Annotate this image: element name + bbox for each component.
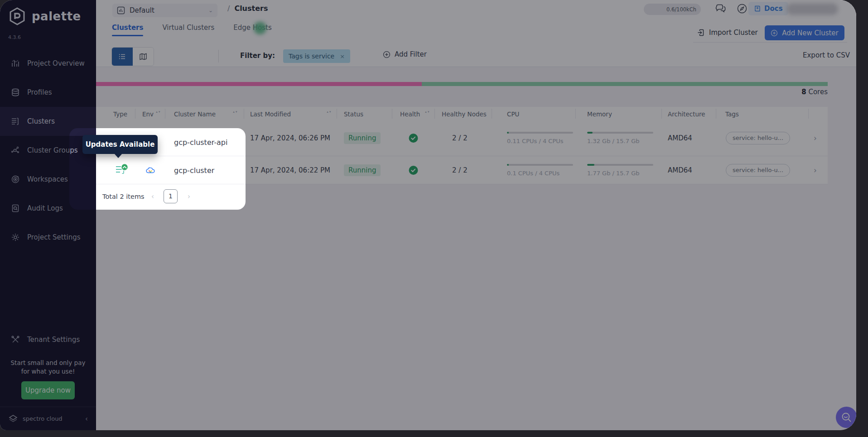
capacity-free-segment xyxy=(422,82,828,86)
layers-icon xyxy=(11,88,20,97)
map-view-button[interactable] xyxy=(133,48,154,66)
row-chevron-icon[interactable]: › xyxy=(814,166,817,175)
add-filter-label: Add Filter xyxy=(395,50,427,58)
doc-search-icon xyxy=(11,204,20,213)
col-header-healthy-nodes[interactable]: Healthy Nodes xyxy=(442,110,487,118)
pagination-next-icon[interactable]: › xyxy=(188,192,190,201)
tab-virtual-clusters[interactable]: Virtual Clusters xyxy=(162,24,214,40)
sidebar-collapse-button[interactable]: ‹ xyxy=(85,415,88,423)
col-header-last-modified[interactable]: Last Modified xyxy=(250,110,291,118)
sidebar-item-clusters[interactable]: Clusters xyxy=(0,107,96,136)
add-new-cluster-button[interactable]: Add New Cluster xyxy=(765,25,844,40)
sidebar-bottom: Tenant Settings Start small and only pay… xyxy=(0,327,96,430)
cell-last-modified: 17 Apr, 2024, 06:26 PM xyxy=(250,134,330,142)
tag-chip[interactable]: service: hello-u... xyxy=(726,164,790,177)
cpu-usage-text: 0.1 CPUs / 4 CPUs xyxy=(507,170,573,177)
col-header-memory[interactable]: Memory xyxy=(587,110,612,118)
list-view-button[interactable] xyxy=(112,48,133,66)
sort-icon[interactable]: ▴ ▾ xyxy=(327,110,331,113)
chart-icon xyxy=(11,59,20,68)
row-chevron-icon[interactable]: › xyxy=(814,134,817,143)
col-header-tags[interactable]: Tags xyxy=(725,110,739,118)
app-window: palette 4.3.6 Project Overview Profiles … xyxy=(0,0,856,430)
pagination-page-1[interactable]: 1 xyxy=(164,189,178,203)
sidebar: palette 4.3.6 Project Overview Profiles … xyxy=(0,0,96,430)
breadcrumb: / Clusters xyxy=(227,4,268,13)
plus-circle-icon xyxy=(771,29,778,37)
sidebar-item-profiles[interactable]: Profiles xyxy=(0,78,96,107)
cell-architecture: AMD64 xyxy=(668,166,692,174)
tools-icon xyxy=(11,335,20,344)
filter-by-label: Filter by: xyxy=(240,52,275,60)
sidebar-item-cluster-groups[interactable]: Cluster Groups xyxy=(0,136,96,165)
sidebar-item-project-overview[interactable]: Project Overview xyxy=(0,49,96,78)
pagination-total: Total 2 items xyxy=(102,193,145,200)
project-selector[interactable]: Default ⌄ xyxy=(112,4,217,17)
main-area: Default ⌄ / Clusters 0.6/100kCh Docs Clu… xyxy=(96,0,856,430)
network-icon xyxy=(11,146,20,155)
add-filter-button[interactable]: Add Filter xyxy=(383,50,427,58)
col-header-architecture[interactable]: Architecture xyxy=(668,110,705,118)
cell-healthy-nodes: 2 / 2 xyxy=(452,134,468,142)
actions-divider xyxy=(693,42,847,43)
col-header-cpu[interactable]: CPU xyxy=(507,110,519,118)
status-badge: Running xyxy=(344,132,381,144)
chevron-down-icon: ⌄ xyxy=(208,7,213,14)
capacity-used-segment xyxy=(96,82,422,86)
col-header-health[interactable]: Health xyxy=(400,110,420,118)
filter-chip-close-icon[interactable]: × xyxy=(340,53,345,60)
sidebar-item-label: Profiles xyxy=(27,88,52,96)
sidebar-item-workspaces[interactable]: Workspaces xyxy=(0,165,96,194)
import-cluster-button[interactable]: Import Cluster xyxy=(697,25,758,40)
status-badge: Running xyxy=(344,164,381,176)
cluster-name[interactable]: gcp-cluster-api xyxy=(174,138,227,146)
assistant-search-fab[interactable] xyxy=(836,407,856,428)
sidebar-item-label: Project Settings xyxy=(27,233,81,241)
memory-usage-text: 1.77 Gb / 15.7 Gb xyxy=(587,170,653,177)
col-header-cluster-name[interactable]: Cluster Name xyxy=(174,110,216,118)
memory-usage-text: 1.32 Gb / 15.7 Gb xyxy=(587,138,653,144)
cpu-usage-text: 0.11 CPUs / 4 CPUs xyxy=(507,138,573,144)
spot-row-gcp-cluster[interactable]: gcp-cluster xyxy=(96,156,246,184)
upgrade-promo-text: Start small and only pay for what you us… xyxy=(4,359,92,376)
health-check-icon xyxy=(409,165,418,175)
magnifier-smile-icon xyxy=(841,412,853,423)
import-icon xyxy=(697,29,705,37)
docs-link[interactable]: Docs xyxy=(748,2,788,15)
chat-icon[interactable] xyxy=(715,3,727,14)
sidebar-item-audit-logs[interactable]: Audit Logs xyxy=(0,194,96,223)
sort-icon[interactable]: ▴ ▾ xyxy=(425,110,429,113)
sidebar-item-project-settings[interactable]: Project Settings xyxy=(0,223,96,252)
memory-meter xyxy=(587,132,653,134)
sort-icon[interactable]: ▴ ▾ xyxy=(156,110,160,113)
tab-clusters[interactable]: Clusters xyxy=(112,24,143,40)
cores-total: 8 Cores xyxy=(96,88,828,96)
docs-label: Docs xyxy=(764,5,783,13)
cell-healthy-nodes: 2 / 2 xyxy=(452,166,468,174)
tag-chip[interactable]: service: hello-u... xyxy=(726,132,790,144)
sidebar-item-tenant-settings[interactable]: Tenant Settings xyxy=(0,327,96,352)
cell-cpu: 0.11 CPUs / 4 CPUs xyxy=(507,132,573,144)
sort-icon[interactable]: ▴ ▾ xyxy=(233,110,237,113)
cpu-meter xyxy=(507,164,573,166)
sidebar-item-label: Project Overview xyxy=(27,59,85,67)
sidebar-footer: spectro cloud ‹ xyxy=(0,407,96,430)
project-selector-value: Default xyxy=(130,6,204,14)
breadcrumb-current: Clusters xyxy=(234,4,268,13)
col-header-type[interactable]: Type xyxy=(113,110,127,118)
compass-icon[interactable] xyxy=(736,3,748,14)
col-header-status[interactable]: Status xyxy=(344,110,363,118)
cell-cpu: 0.1 CPUs / 4 CPUs xyxy=(507,164,573,177)
cell-memory: 1.32 Gb / 15.7 Gb xyxy=(587,132,653,144)
import-cluster-label: Import Cluster xyxy=(709,29,758,37)
cluster-type-icon-updates[interactable] xyxy=(114,163,129,178)
edge-hosts-badge xyxy=(254,22,266,34)
col-header-env[interactable]: Env xyxy=(142,110,154,118)
upgrade-now-button[interactable]: Upgrade now xyxy=(21,381,75,399)
export-to-csv-button[interactable]: Export to CSV xyxy=(803,51,850,59)
cluster-name[interactable]: gcp-cluster xyxy=(174,166,214,174)
pagination-prev-icon[interactable]: ‹ xyxy=(151,192,154,201)
sidebar-item-label: Audit Logs xyxy=(27,204,63,212)
sidebar-nav: Project Overview Profiles Clusters Clust… xyxy=(0,49,96,252)
filter-chip-tags-is-service[interactable]: Tags is service × xyxy=(283,49,350,63)
